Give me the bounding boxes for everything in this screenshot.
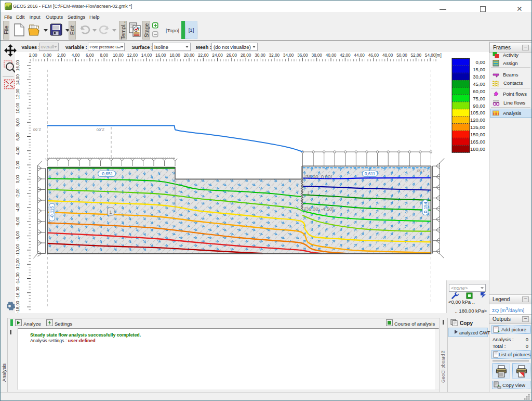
svg-text:40,00: 40,00 bbox=[326, 53, 337, 58]
svg-text:26,00: 26,00 bbox=[227, 53, 237, 58]
svg-text:0,00: 0,00 bbox=[476, 59, 486, 65]
svg-text:30,00: 30,00 bbox=[473, 74, 485, 80]
svg-text:1: 1 bbox=[109, 209, 112, 215]
svg-text:105,00: 105,00 bbox=[470, 110, 485, 115]
svg-text:12,00: 12,00 bbox=[127, 53, 138, 58]
svg-text:16,00: 16,00 bbox=[16, 60, 20, 71]
svg-text:8,00: 8,00 bbox=[100, 53, 108, 58]
svg-text:30,00: 30,00 bbox=[255, 53, 265, 58]
svg-text:2,00: 2,00 bbox=[57, 53, 65, 58]
svg-text:[m]: [m] bbox=[435, 53, 441, 58]
svg-text:6,00: 6,00 bbox=[86, 53, 94, 58]
svg-text:48,00: 48,00 bbox=[382, 53, 393, 58]
svg-text:120,00: 120,00 bbox=[470, 117, 485, 123]
svg-text:-2,00: -2,00 bbox=[16, 188, 20, 198]
svg-text:46,00: 46,00 bbox=[368, 53, 379, 58]
svg-text:32,00: 32,00 bbox=[269, 53, 280, 58]
svg-text:4,00: 4,00 bbox=[16, 146, 20, 154]
svg-text:2,00: 2,00 bbox=[16, 161, 20, 169]
svg-text:20,00: 20,00 bbox=[184, 53, 195, 58]
svg-text:44,00: 44,00 bbox=[354, 53, 365, 58]
svg-text:52,00: 52,00 bbox=[411, 53, 422, 58]
svg-text:-14,00: -14,00 bbox=[16, 272, 20, 284]
svg-text:165,00: 165,00 bbox=[470, 139, 485, 145]
svg-text:12,00: 12,00 bbox=[16, 88, 20, 99]
svg-text:-6,00: -6,00 bbox=[16, 217, 20, 227]
svg-text:28,00: 28,00 bbox=[241, 53, 251, 58]
svg-text:-16,00: -16,00 bbox=[16, 287, 20, 299]
svg-text:22,00: 22,00 bbox=[198, 53, 209, 58]
svg-text:54,00: 54,00 bbox=[425, 53, 436, 58]
svg-text:[36,00; 0,00]: [36,00; 0,00] bbox=[304, 174, 332, 179]
svg-text:18,00: 18,00 bbox=[169, 53, 180, 58]
svg-text:75,00: 75,00 bbox=[473, 96, 485, 101]
svg-text:-8,00: -8,00 bbox=[16, 231, 20, 241]
svg-text:[36,00; -4,50]: [36,00; -4,50] bbox=[304, 206, 334, 212]
svg-text:-12,00: -12,00 bbox=[16, 258, 20, 270]
svg-text:-0,115: -0,115 bbox=[49, 206, 55, 218]
svg-text:38,00: 38,00 bbox=[311, 53, 322, 58]
svg-text:-4,00: -4,00 bbox=[16, 202, 20, 212]
svg-text:14,00: 14,00 bbox=[16, 74, 20, 85]
svg-text:2,00: 2,00 bbox=[29, 53, 37, 58]
svg-text:36,00: 36,00 bbox=[297, 53, 308, 58]
svg-text:15,00: 15,00 bbox=[473, 67, 485, 72]
svg-text:14,00: 14,00 bbox=[141, 53, 152, 58]
svg-text:-10,00: -10,00 bbox=[16, 244, 20, 256]
svg-text:24,00: 24,00 bbox=[212, 53, 223, 58]
svg-text:-0,651: -0,651 bbox=[100, 171, 113, 176]
svg-text:0,00: 0,00 bbox=[16, 175, 20, 183]
svg-text:1,60: 1,60 bbox=[417, 169, 425, 173]
svg-text:180,00: 180,00 bbox=[470, 146, 485, 152]
svg-text:42,00: 42,00 bbox=[340, 53, 351, 58]
svg-text:1: 1 bbox=[307, 190, 310, 196]
svg-text:10,00: 10,00 bbox=[16, 102, 20, 113]
svg-text:90,00: 90,00 bbox=[473, 103, 485, 109]
svg-text:6,00: 6,00 bbox=[16, 132, 20, 140]
svg-text:16,00: 16,00 bbox=[155, 53, 166, 58]
svg-text:150,00: 150,00 bbox=[470, 132, 485, 137]
svg-text:4,00: 4,00 bbox=[72, 53, 80, 58]
svg-text:45,00: 45,00 bbox=[473, 81, 485, 87]
svg-text:0,154: 0,154 bbox=[423, 202, 428, 213]
svg-text:2,60: 2,60 bbox=[96, 127, 104, 132]
svg-text:135,00: 135,00 bbox=[470, 124, 485, 130]
svg-text:50,00: 50,00 bbox=[396, 53, 407, 58]
svg-text:2,60: 2,60 bbox=[33, 127, 41, 132]
svg-text:-18,00: -18,00 bbox=[16, 301, 20, 313]
svg-text:0,611: 0,611 bbox=[365, 171, 376, 176]
svg-text:8,00: 8,00 bbox=[16, 118, 20, 126]
svg-text:60,00: 60,00 bbox=[473, 88, 485, 94]
svg-text:10,00: 10,00 bbox=[113, 53, 124, 58]
svg-text:34,00: 34,00 bbox=[283, 53, 294, 58]
svg-text:0,00: 0,00 bbox=[43, 53, 51, 58]
